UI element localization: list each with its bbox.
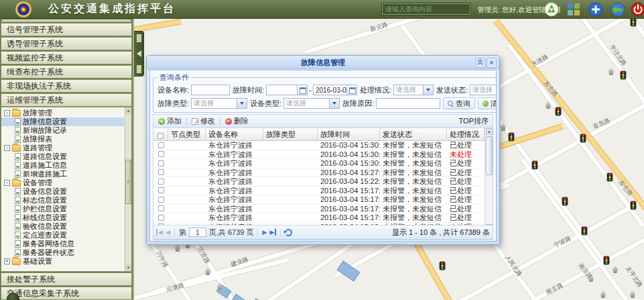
window-close-button[interactable]: × (487, 58, 497, 68)
collapse-icon[interactable]: - (4, 110, 10, 116)
process-status-select[interactable]: 请选择 (393, 85, 434, 95)
traffic-light-icon[interactable] (631, 18, 637, 27)
row-checkbox[interactable] (158, 179, 164, 185)
apps-grid-icon[interactable] (566, 2, 581, 17)
row-checkbox[interactable] (158, 187, 164, 193)
fault-reason-input[interactable] (376, 98, 440, 109)
tree-item[interactable]: 新增故障记录 (1, 126, 124, 135)
collapse-icon[interactable]: - (4, 145, 10, 151)
table-row[interactable]: 东仓路宁波路 2016-03-04 15:30:00 未报警，未发短信 已处理 … (153, 159, 485, 168)
sidebar-item[interactable]: 视频监控子系统 (1, 51, 132, 64)
select-all-checkbox[interactable] (157, 133, 164, 139)
add-icon[interactable] (588, 2, 603, 17)
last-page-button[interactable]: ▶ (269, 229, 276, 236)
traffic-light-icon[interactable] (604, 256, 610, 265)
dropdown-arrow-icon[interactable] (329, 99, 339, 108)
table-row[interactable]: 东仓路宁波路 2016-03-04 15:17:01 未报警，未发短信 已处理 … (153, 195, 485, 205)
scrollbar-thumb[interactable] (125, 160, 131, 204)
traffic-light-icon[interactable] (532, 161, 538, 170)
sidebar-item-yunwei[interactable]: 运维管理子系统 (1, 93, 132, 107)
sidebar-item[interactable]: 诱导管理子系统 (1, 37, 132, 50)
recycle-icon[interactable] (544, 2, 559, 17)
device-name-input[interactable] (191, 85, 230, 95)
camera-icon[interactable] (600, 290, 606, 298)
traffic-light-icon[interactable] (607, 173, 613, 182)
row-checkbox[interactable] (158, 205, 164, 211)
grid-vertical-scrollbar[interactable]: ▲ ▼ (485, 128, 493, 231)
send-status-select[interactable]: 请选择 (470, 85, 497, 95)
dropdown-arrow-icon[interactable] (237, 99, 247, 108)
tree-item[interactable]: 服务器硬件状态 (1, 248, 124, 257)
column-send-status[interactable]: 发送状态 (380, 128, 447, 140)
power-icon[interactable] (631, 2, 644, 17)
sidebar-item[interactable]: 交通信息采集子系统 (1, 287, 132, 300)
table-row[interactable]: 东仓路宁波路 2016-03-04 15:30:00 未报警，未发短信 未处理 … (153, 150, 485, 160)
table-row[interactable]: 东仓路宁波路 2016-03-04 15:17:01 未报警，未发短信 已处理 … (153, 205, 485, 214)
traffic-light-icon[interactable] (580, 134, 586, 143)
camera-icon[interactable] (629, 290, 636, 298)
collapse-icon[interactable]: - (4, 180, 10, 186)
table-row[interactable]: 东仓路宁波路 2016-03-04 15:17:01 未报警，未发短信 已处理 … (153, 187, 485, 196)
next-page-button[interactable]: ▶ (262, 229, 267, 236)
window-collapse-button[interactable] (475, 58, 485, 68)
tree-folder[interactable]: + 基础设置 (1, 257, 124, 266)
row-checkbox[interactable] (158, 151, 164, 157)
traffic-light-icon[interactable] (556, 107, 562, 116)
table-row[interactable]: 东仓路宁波路 2016-03-04 15:27:00 未报警，未发短信 已处理 … (153, 168, 485, 178)
edit-button[interactable]: 修改 (188, 116, 218, 126)
tree-item[interactable]: 故障报表 (1, 135, 124, 144)
expand-icon[interactable]: + (4, 258, 10, 264)
column-device-name[interactable]: 设备名称 (206, 128, 263, 140)
scroll-up-icon[interactable]: ▲ (125, 107, 131, 114)
traffic-light-icon[interactable] (562, 197, 568, 206)
clear-button[interactable]: 清除 (478, 97, 497, 109)
tree-scrollbar[interactable]: ▲ ▼ (125, 107, 131, 271)
traffic-light-icon[interactable] (582, 227, 588, 236)
column-process-status[interactable]: 处理情况 (447, 128, 485, 140)
page-number-input[interactable] (189, 228, 206, 237)
fault-type-select[interactable]: 请选择 (191, 98, 247, 109)
header-search-input[interactable] (382, 3, 470, 15)
prev-page-button[interactable]: ◀ (166, 229, 170, 236)
add-button[interactable]: 添加 (155, 116, 185, 126)
globe-icon[interactable] (610, 2, 625, 17)
traffic-light-icon[interactable] (509, 133, 515, 142)
sidebar-item[interactable]: 缉查布控子系统 (1, 65, 132, 79)
calendar-icon[interactable] (297, 85, 307, 95)
device-type-select[interactable]: 请选择 (283, 98, 340, 109)
traffic-light-icon[interactable] (621, 71, 627, 80)
table-row[interactable]: 东仓路宁波路 2016-03-04 15:17:01 未报警，未发短信 已处理 … (153, 213, 485, 223)
row-checkbox[interactable] (158, 169, 164, 175)
camera-icon[interactable] (608, 67, 615, 75)
tree-item[interactable]: 新增道路施工 (1, 170, 124, 179)
column-node-type[interactable]: 节点类型 (168, 128, 206, 140)
delete-button[interactable]: 删除 (222, 116, 252, 126)
camera-icon[interactable] (204, 267, 211, 275)
table-row[interactable]: 东仓路宁波路 2016-03-04 15:22:50 未报警，未发短信 已处理 … (153, 177, 485, 187)
row-checkbox[interactable] (158, 215, 164, 221)
camera-icon[interactable] (500, 123, 507, 131)
camera-icon[interactable] (612, 265, 619, 273)
column-fault-type[interactable]: 故障类型 (263, 128, 318, 140)
refresh-icon[interactable] (285, 229, 292, 236)
scroll-up-icon[interactable]: ▲ (486, 128, 493, 135)
camera-icon[interactable] (545, 101, 552, 109)
scrollbar-thumb[interactable] (486, 136, 493, 175)
sidebar-item[interactable]: 信号管理子系统 (1, 23, 132, 36)
traffic-light-icon[interactable] (631, 201, 637, 210)
fault-time-from-field[interactable] (266, 85, 308, 95)
row-checkbox[interactable] (158, 160, 164, 166)
first-page-button[interactable]: ◀ (156, 229, 163, 236)
sidebar-item[interactable]: 非现场执法子系统 (1, 79, 132, 93)
traffic-light-icon[interactable] (440, 262, 446, 270)
search-button[interactable]: 查询 (443, 97, 475, 109)
calendar-icon[interactable] (346, 85, 357, 95)
dropdown-arrow-icon[interactable] (423, 85, 433, 95)
row-checkbox[interactable] (158, 142, 164, 148)
sidebar-item[interactable]: 接处警子系统 (1, 272, 132, 286)
column-fault-time[interactable]: 故障时间 (318, 128, 380, 140)
camera-icon[interactable] (216, 282, 223, 290)
table-row[interactable]: 东仓路宁波路 2016-03-04 15:30:00 未报警，未发短信 已处理 … (153, 141, 485, 150)
scroll-down-icon[interactable]: ▼ (125, 264, 131, 271)
sidebar-collapse-handle[interactable] (134, 31, 144, 77)
